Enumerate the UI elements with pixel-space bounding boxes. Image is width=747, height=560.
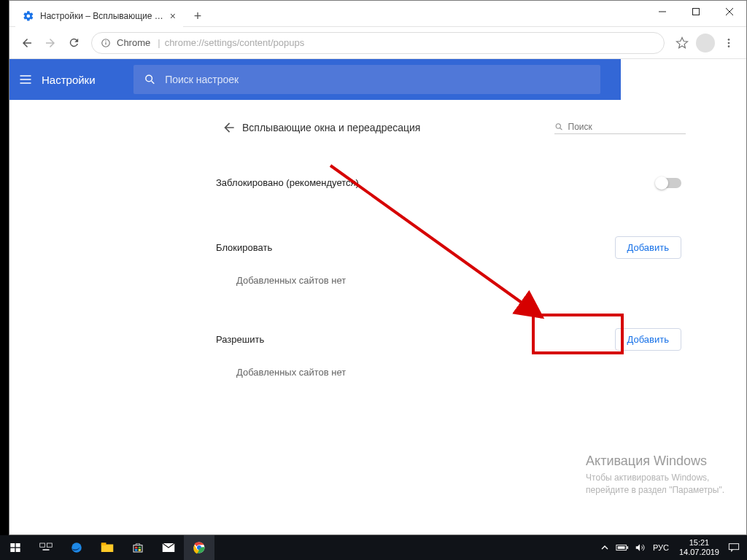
tabs-strip: Настройки – Всплывающие окн × + xyxy=(9,1,208,27)
svg-point-12 xyxy=(556,123,560,128)
add-allow-button[interactable]: Добавить xyxy=(615,328,681,351)
block-section: Блокировать Добавить xyxy=(216,222,686,259)
panel-search[interactable] xyxy=(554,122,686,134)
chevron-up-icon[interactable] xyxy=(596,544,614,551)
svg-rect-1 xyxy=(693,9,700,15)
svg-point-10 xyxy=(146,75,152,82)
explorer-icon[interactable] xyxy=(92,535,123,560)
svg-line-11 xyxy=(152,81,155,84)
new-tab-button[interactable]: + xyxy=(187,6,208,26)
store-icon[interactable] xyxy=(123,535,153,560)
taskbar: РУС 15:21 14.07.2019 xyxy=(0,535,747,560)
block-empty-msg: Добавленных сайтов нет xyxy=(216,259,686,286)
hamburger-icon[interactable] xyxy=(9,72,42,87)
svg-rect-29 xyxy=(139,549,141,551)
watermark-title: Активация Windows xyxy=(586,452,724,470)
bookmark-star-icon[interactable] xyxy=(670,31,694,55)
browser-toolbar: Chrome | chrome://settings/content/popup… xyxy=(9,27,746,59)
maximize-button[interactable] xyxy=(679,1,713,23)
svg-rect-16 xyxy=(16,543,20,547)
svg-rect-26 xyxy=(135,547,137,549)
appbar-title: Настройки xyxy=(42,74,96,86)
panel-search-input[interactable] xyxy=(568,122,686,132)
svg-rect-23 xyxy=(101,545,114,553)
appbar-search xyxy=(125,59,621,100)
address-path: chrome://settings/content/popups xyxy=(165,37,305,48)
settings-appbar: Настройки xyxy=(9,59,746,100)
chrome-taskbar-icon[interactable] xyxy=(184,535,214,560)
window-controls xyxy=(646,1,746,23)
svg-rect-17 xyxy=(10,548,15,552)
chrome-window: Настройки – Всплывающие окн × + Chrome |… xyxy=(9,0,747,535)
add-block-button[interactable]: Добавить xyxy=(615,236,681,259)
watermark-line2: перейдите в раздел "Параметры". xyxy=(586,484,724,497)
action-center-icon[interactable] xyxy=(725,542,743,553)
mail-icon[interactable] xyxy=(153,535,184,560)
taskview-button[interactable] xyxy=(31,535,61,560)
address-origin: Chrome xyxy=(117,37,150,48)
info-icon xyxy=(101,38,111,48)
kebab-menu-icon[interactable] xyxy=(717,31,740,55)
panel-back-button[interactable] xyxy=(216,120,242,135)
blocked-recommended-row: Заблокировано (рекомендуется) xyxy=(216,141,686,201)
reload-button[interactable] xyxy=(62,31,85,55)
taskbar-right: РУС 15:21 14.07.2019 xyxy=(596,535,747,560)
settings-search-input[interactable] xyxy=(165,74,590,85)
tab-title: Настройки – Всплывающие окн xyxy=(40,11,164,21)
appbar-left: Настройки xyxy=(9,59,125,100)
start-button[interactable] xyxy=(0,535,31,560)
svg-rect-34 xyxy=(627,546,628,549)
address-bar[interactable]: Chrome | chrome://settings/content/popup… xyxy=(91,32,665,54)
svg-rect-21 xyxy=(43,549,50,551)
forward-button[interactable] xyxy=(39,31,62,55)
svg-point-7 xyxy=(728,39,730,41)
allow-empty-msg: Добавленных сайтов нет xyxy=(216,351,686,378)
svg-rect-15 xyxy=(10,543,15,547)
svg-rect-20 xyxy=(47,543,53,547)
svg-rect-24 xyxy=(101,542,107,545)
svg-rect-27 xyxy=(139,547,141,549)
search-icon xyxy=(554,122,564,132)
svg-rect-19 xyxy=(40,543,45,547)
back-button[interactable] xyxy=(15,31,39,55)
svg-rect-28 xyxy=(135,549,137,551)
tab-close-icon[interactable]: × xyxy=(170,10,176,22)
block-heading: Блокировать xyxy=(216,242,272,253)
svg-line-13 xyxy=(560,128,562,130)
annotation-highlight xyxy=(532,314,624,354)
input-language[interactable]: РУС xyxy=(649,543,673,552)
profile-avatar[interactable] xyxy=(694,31,717,55)
svg-rect-6 xyxy=(105,40,106,41)
clock[interactable]: 15:21 14.07.2019 xyxy=(673,538,725,556)
svg-rect-35 xyxy=(618,546,625,549)
svg-rect-25 xyxy=(133,545,142,552)
gear-icon xyxy=(23,10,34,22)
panel-title: Всплывающие окна и переадресация xyxy=(242,122,554,133)
watermark-line1: Чтобы активировать Windows, xyxy=(586,472,724,484)
tab-settings[interactable]: Настройки – Всплывающие окн × xyxy=(15,5,183,27)
volume-icon[interactable] xyxy=(631,542,649,553)
settings-search[interactable] xyxy=(133,65,600,94)
svg-rect-18 xyxy=(16,548,20,552)
panel-header: Всплывающие окна и переадресация xyxy=(216,114,686,141)
date: 14.07.2019 xyxy=(679,548,719,557)
svg-rect-5 xyxy=(105,42,106,44)
edge-icon[interactable] xyxy=(61,535,92,560)
battery-icon[interactable] xyxy=(614,544,631,551)
svg-rect-36 xyxy=(729,544,738,550)
minimize-button[interactable] xyxy=(646,1,679,23)
allow-heading: Разрешить xyxy=(216,334,264,345)
close-window-button[interactable] xyxy=(713,1,746,23)
svg-point-9 xyxy=(728,45,730,47)
taskbar-left xyxy=(0,535,214,560)
search-icon xyxy=(144,73,156,86)
titlebar: Настройки – Всплывающие окн × + xyxy=(9,1,746,27)
popup-toggle[interactable] xyxy=(657,178,681,188)
svg-point-22 xyxy=(71,542,82,553)
blocked-recommended-label: Заблокировано (рекомендуется) xyxy=(216,177,359,188)
windows-watermark: Активация Windows Чтобы активировать Win… xyxy=(586,452,724,497)
svg-point-8 xyxy=(728,42,730,44)
time: 15:21 xyxy=(679,538,719,548)
